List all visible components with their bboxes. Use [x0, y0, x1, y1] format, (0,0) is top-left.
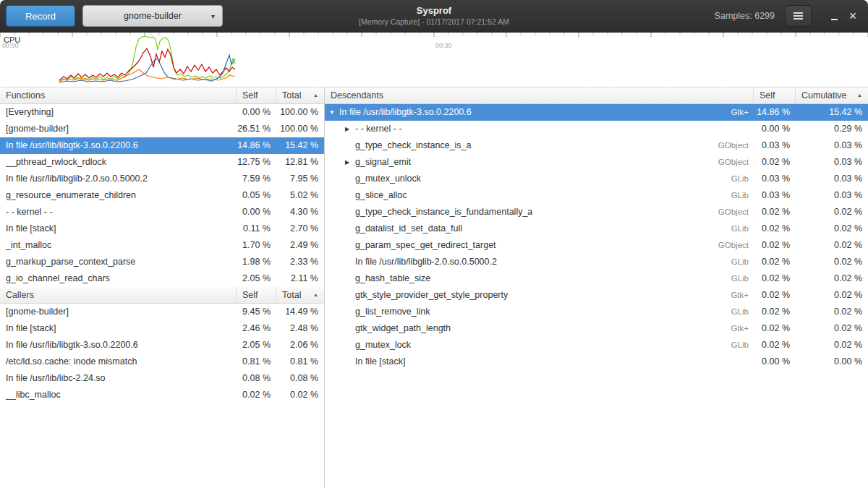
descendant-row[interactable]: g_slice_allocGLib0.03 %0.03 %	[325, 187, 868, 204]
descendant-name-cell: ▶g_signal_emitGObject	[325, 154, 754, 171]
functions-table-header: Functions Self Total ▲	[0, 87, 324, 104]
descendant-row[interactable]: g_hash_table_sizeGLib0.02 %0.02 %	[325, 270, 868, 287]
cumulative-percent: 0.03 %	[796, 187, 868, 204]
cumulative-percent: 0.29 %	[796, 121, 868, 137]
caller-row[interactable]: [gnome-builder]9.45 %14.49 %	[0, 304, 324, 320]
total-percent: 0.08 %	[276, 370, 324, 387]
descendant-row[interactable]: ▼In file /usr/lib/libgtk-3.so.0.2200.6Gt…	[325, 104, 868, 121]
self-percent: 0.02 %	[754, 254, 796, 270]
descendant-row[interactable]: g_datalist_id_set_data_fullGLib0.02 %0.0…	[325, 221, 868, 237]
function-name: __pthread_rwlock_rdlock	[0, 154, 237, 171]
caller-row[interactable]: In file [stack]2.46 %2.48 %	[0, 320, 324, 337]
self-percent: 0.03 %	[754, 171, 796, 187]
function-row[interactable]: - - kernel - -0.00 %4.30 %	[0, 204, 324, 221]
app-title: Sysprof	[359, 5, 509, 17]
caller-row[interactable]: __libc_malloc0.02 %0.02 %	[0, 387, 324, 403]
caller-row[interactable]: /etc/ld.so.cache: inode mismatch0.81 %0.…	[0, 354, 324, 370]
descendant-row[interactable]: g_list_remove_linkGLib0.02 %0.02 %	[325, 304, 868, 320]
function-row[interactable]: In file /usr/lib/libgtk-3.so.0.2200.614.…	[0, 137, 324, 154]
self-percent: 0.00 %	[754, 354, 796, 370]
descendant-row[interactable]: In file [stack]0.00 %0.00 %	[325, 354, 868, 370]
expander-right-icon[interactable]: ▶	[345, 121, 355, 137]
process-selector-dropdown[interactable]: gnome-builder ▾	[82, 5, 223, 27]
left-pane: Functions Self Total ▲ [Everything]0.00 …	[0, 87, 325, 488]
functions-rows: [Everything]0.00 %100.00 %[gnome-builder…	[0, 104, 324, 287]
hamburger-icon	[793, 15, 803, 17]
headerbar: Record gnome-builder ▾ Sysprof [Memory C…	[0, 0, 868, 33]
descendant-row[interactable]: gtk_style_provider_get_style_propertyGtk…	[325, 287, 868, 304]
function-row[interactable]: [gnome-builder]26.51 %100.00 %	[0, 121, 324, 137]
function-name: [Everything]	[0, 104, 237, 121]
callers-total-column-header[interactable]: Total ▲	[276, 287, 324, 303]
descendant-row[interactable]: gtk_widget_path_lengthGtk+0.02 %0.02 %	[325, 320, 868, 337]
cpu-graph[interactable]: CPU 00:00 00:30	[0, 33, 868, 87]
descendant-name-cell: gtk_style_provider_get_style_propertyGtk…	[325, 287, 754, 304]
function-name: g_mutex_lock	[355, 337, 411, 354]
function-name: In file [stack]	[0, 320, 237, 337]
callers-column-header[interactable]: Callers	[0, 287, 237, 303]
functions-total-column-header[interactable]: Total ▲	[276, 87, 324, 103]
self-percent: 2.05 %	[237, 270, 276, 287]
descendants-self-column-header[interactable]: Self	[754, 87, 796, 103]
total-percent: 2.70 %	[276, 221, 324, 237]
function-row[interactable]: _int_malloc1.70 %2.49 %	[0, 237, 324, 254]
descendants-column-header[interactable]: Descendants	[325, 87, 754, 103]
cumulative-percent: 15.42 %	[796, 104, 868, 121]
cumulative-percent: 0.02 %	[796, 337, 868, 354]
function-row[interactable]: In file /usr/lib/libglib-2.0.so.0.5000.2…	[0, 171, 324, 187]
function-row[interactable]: In file [stack]0.11 %2.70 %	[0, 221, 324, 237]
self-percent: 0.02 %	[754, 270, 796, 287]
function-name: - - kernel - -	[355, 121, 402, 137]
functions-column-header[interactable]: Functions	[0, 87, 237, 103]
descendants-cumulative-column-header[interactable]: Cumulative ▲	[796, 87, 868, 103]
self-percent: 0.11 %	[237, 221, 276, 237]
library-category-label: GLib	[731, 270, 754, 287]
total-percent: 15.42 %	[276, 137, 324, 154]
function-row[interactable]: g_io_channel_read_chars2.05 %2.11 %	[0, 270, 324, 287]
functions-self-column-header[interactable]: Self	[237, 87, 276, 103]
descendant-row[interactable]: ▶g_signal_emitGObject0.02 %0.03 %	[325, 154, 868, 171]
menu-button[interactable]	[785, 5, 812, 27]
descendant-row[interactable]: g_mutex_unlockGLib0.03 %0.03 %	[325, 171, 868, 187]
cumulative-percent: 0.02 %	[796, 254, 868, 270]
cumulative-percent: 0.03 %	[796, 154, 868, 171]
descendant-row[interactable]: g_type_check_instance_is_aGObject0.03 %0…	[325, 137, 868, 154]
cumulative-percent: 0.02 %	[796, 320, 868, 337]
descendant-row[interactable]: In file /usr/lib/libglib-2.0.so.0.5000.2…	[325, 254, 868, 270]
function-row[interactable]: __pthread_rwlock_rdlock12.75 %12.81 %	[0, 154, 324, 171]
close-button[interactable]: ×	[843, 5, 862, 27]
callers-self-column-header[interactable]: Self	[237, 287, 276, 303]
descendants-rows: ▼In file /usr/lib/libgtk-3.so.0.2200.6Gt…	[325, 104, 868, 370]
function-name: In file /usr/lib/libgtk-3.so.0.2200.6	[0, 137, 237, 154]
cumulative-percent: 0.02 %	[796, 221, 868, 237]
self-percent: 9.45 %	[237, 304, 276, 320]
window-title-block: Sysprof [Memory Capture] - 01/17/2017 07…	[359, 5, 509, 27]
caller-row[interactable]: In file /usr/lib/libc-2.24.so0.08 %0.08 …	[0, 370, 324, 387]
function-name: In file [stack]	[0, 221, 237, 237]
function-row[interactable]: [Everything]0.00 %100.00 %	[0, 104, 324, 121]
callers-total-label: Total	[282, 287, 301, 303]
caller-row[interactable]: In file /usr/lib/libgtk-3.so.0.2200.62.0…	[0, 337, 324, 354]
function-row[interactable]: g_markup_parse_context_parse1.98 %2.33 %	[0, 254, 324, 270]
descendant-name-cell: In file [stack]	[325, 354, 754, 370]
record-button[interactable]: Record	[6, 5, 75, 27]
descendant-row[interactable]: ▶- - kernel - -0.00 %0.29 %	[325, 121, 868, 137]
function-name: g_resource_enumerate_children	[0, 187, 237, 204]
function-row[interactable]: g_resource_enumerate_children0.05 %5.02 …	[0, 187, 324, 204]
self-percent: 0.02 %	[754, 337, 796, 354]
self-percent: 0.00 %	[754, 121, 796, 137]
time-tick-label-start: 00:00	[2, 42, 19, 49]
minimize-button[interactable]	[825, 5, 843, 27]
expander-right-icon[interactable]: ▶	[345, 154, 355, 171]
library-category-label: GLib	[731, 171, 754, 187]
descendant-row[interactable]: g_param_spec_get_redirect_targetGObject0…	[325, 237, 868, 254]
function-name: g_hash_table_size	[355, 270, 430, 287]
function-name: In file /usr/lib/libglib-2.0.so.0.5000.2	[355, 254, 497, 270]
expander-down-icon[interactable]: ▼	[329, 104, 339, 121]
total-percent: 2.48 %	[276, 320, 324, 337]
function-name: [gnome-builder]	[0, 304, 237, 320]
descendant-row[interactable]: g_mutex_lockGLib0.02 %0.02 %	[325, 337, 868, 354]
library-category-label: GLib	[731, 304, 754, 320]
close-icon: ×	[849, 9, 857, 22]
descendant-row[interactable]: g_type_check_instance_is_fundamentally_a…	[325, 204, 868, 221]
